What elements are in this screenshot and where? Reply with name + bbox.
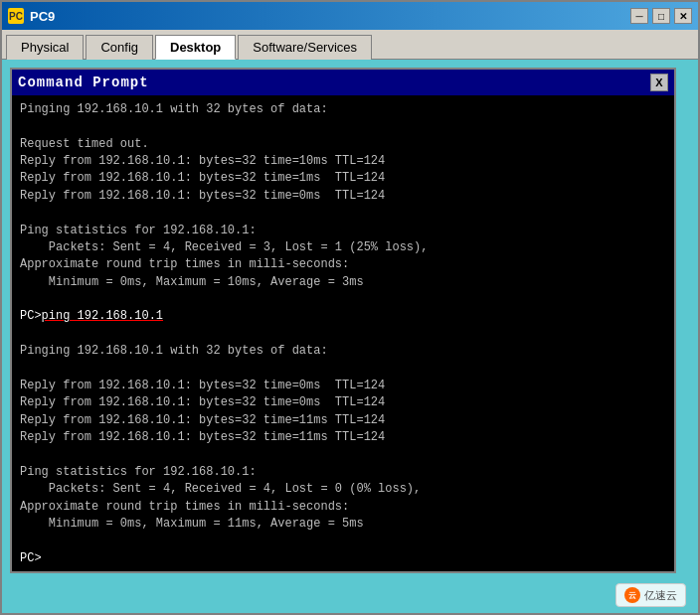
main-window: PC PC9 ─ □ ✕ Physical Config Desktop Sof… — [0, 0, 700, 615]
cmd-line: Reply from 192.168.10.1: bytes=32 time=1… — [20, 429, 666, 446]
cmd-line — [20, 447, 666, 464]
tab-physical[interactable]: Physical — [6, 35, 84, 60]
tab-bar: Physical Config Desktop Software/Service… — [2, 30, 698, 60]
minimize-button[interactable]: ─ — [630, 8, 648, 24]
cmd-line: Pinging 192.168.10.1 with 32 bytes of da… — [20, 343, 666, 360]
cmd-line — [20, 205, 666, 222]
cmd-title-text: Command Prompt — [18, 75, 149, 90]
tab-software[interactable]: Software/Services — [238, 35, 372, 60]
cmd-line: Approximate round trip times in milli-se… — [20, 499, 666, 516]
cmd-line: Ping statistics for 192.168.10.1: — [20, 223, 666, 239]
tab-config[interactable]: Config — [86, 35, 153, 60]
cmd-line: Reply from 192.168.10.1: bytes=32 time=0… — [20, 394, 666, 411]
cmd-line: Reply from 192.168.10.1: bytes=32 time=0… — [20, 188, 666, 205]
cmd-window: Command Prompt X PC>ping 192.168.10.1 Pi… — [10, 68, 676, 573]
cmd-line: Packets: Sent = 4, Received = 4, Lost = … — [20, 481, 666, 498]
cmd-content[interactable]: PC>ping 192.168.10.1 Pinging 192.168.10.… — [12, 95, 674, 571]
cmd-line — [20, 118, 666, 135]
cmd-line: Reply from 192.168.10.1: bytes=32 time=0… — [20, 378, 666, 394]
content-area: Command Prompt X PC>ping 192.168.10.1 Pi… — [2, 60, 698, 613]
cmd-line: Minimum = 0ms, Maximum = 10ms, Average =… — [20, 274, 666, 291]
cmd-close-button[interactable]: X — [650, 74, 668, 91]
logo-text: 亿速云 — [644, 588, 677, 603]
close-button[interactable]: ✕ — [674, 8, 692, 24]
cmd-line: PC>ping 192.168.10.1 — [20, 308, 666, 325]
cmd-title-bar: Command Prompt X — [12, 70, 674, 95]
bottom-bar: 云 亿速云 — [2, 577, 698, 613]
cmd-line: Request timed out. — [20, 136, 666, 153]
logo-badge: 云 亿速云 — [615, 583, 686, 607]
cmd-line: Reply from 192.168.10.1: bytes=32 time=1… — [20, 170, 666, 187]
cmd-line — [20, 326, 666, 343]
cmd-line — [20, 291, 666, 308]
window-icon: PC — [8, 8, 24, 24]
title-bar-left: PC PC9 — [8, 8, 55, 24]
window-controls: ─ □ ✕ — [630, 8, 692, 24]
cmd-line — [20, 361, 666, 378]
logo-icon: 云 — [624, 587, 640, 603]
cmd-line: Reply from 192.168.10.1: bytes=32 time=1… — [20, 412, 666, 429]
cmd-line — [20, 534, 666, 550]
tab-desktop[interactable]: Desktop — [155, 35, 236, 60]
cmd-line: Minimum = 0ms, Maximum = 11ms, Average =… — [20, 516, 666, 533]
window-title: PC9 — [30, 9, 55, 24]
cmd-line: Reply from 192.168.10.1: bytes=32 time=1… — [20, 153, 666, 170]
maximize-button[interactable]: □ — [652, 8, 670, 24]
cmd-line: Approximate round trip times in milli-se… — [20, 256, 666, 273]
title-bar: PC PC9 ─ □ ✕ — [2, 2, 698, 30]
cmd-line: Pinging 192.168.10.1 with 32 bytes of da… — [20, 101, 666, 118]
cmd-line: Packets: Sent = 4, Received = 3, Lost = … — [20, 239, 666, 256]
cmd-line: Ping statistics for 192.168.10.1: — [20, 464, 666, 481]
cmd-line: PC> — [20, 550, 666, 567]
